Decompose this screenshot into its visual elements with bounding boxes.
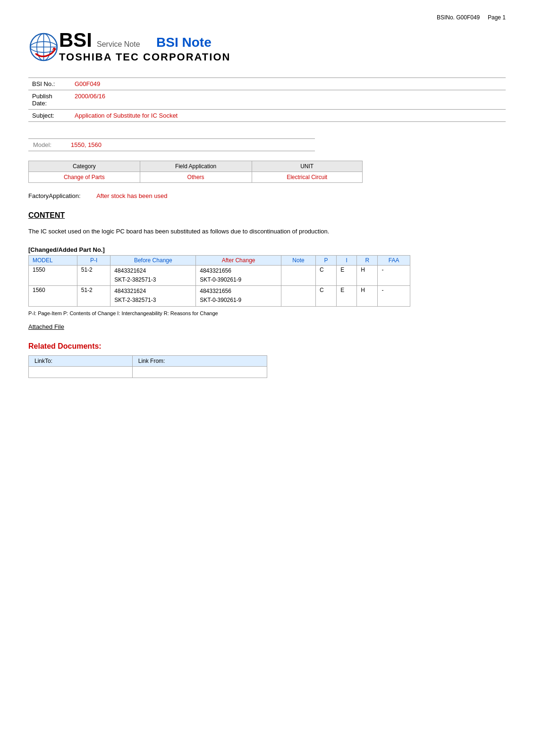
changed-added-heading: [Changed/Added Part No.]: [28, 246, 506, 253]
col-i: I: [337, 255, 357, 265]
subject-value: Application of Substitute for IC Socket: [71, 110, 506, 122]
factory-app-label: FactoryApplication:: [28, 192, 81, 199]
row1-i: E: [337, 265, 357, 285]
bsi-no-meta: BSINo.: [437, 14, 455, 21]
service-note-text: Service Note: [97, 40, 140, 49]
parts-row-1: 1550 51-2 4843321624SKT-2-382571-3 48433…: [29, 265, 410, 285]
col-pi: P-I: [77, 255, 110, 265]
model-label: Model:: [28, 139, 66, 151]
subject-label: Subject:: [28, 110, 71, 122]
category-table: Category Field Application UNIT Change o…: [28, 161, 363, 183]
row2-p: C: [315, 286, 336, 306]
content-heading: CONTENT: [28, 211, 506, 220]
row1-after: 4843321656SKT-0-390261-9: [196, 265, 281, 285]
row2-faa: -: [378, 286, 410, 306]
bsi-logo-big: BSI: [59, 30, 92, 50]
cat-cell-1: Others: [140, 172, 252, 183]
link-to-header: LinkTo:: [29, 355, 133, 366]
col-after: After Change: [196, 255, 281, 265]
related-docs-table: LinkTo: Link From:: [28, 355, 267, 378]
row1-p: C: [315, 265, 336, 285]
parts-row-2: 1560 51-2 4843321624SKT-2-382571-3 48433…: [29, 286, 410, 306]
col-before: Before Change: [110, 255, 196, 265]
info-row-subject: Subject: Application of Substitute for I…: [28, 110, 506, 122]
publish-label: PublishDate:: [28, 90, 71, 110]
attached-file-link[interactable]: Attached File: [28, 323, 506, 330]
row2-model: 1560: [29, 286, 77, 306]
col-p: P: [315, 255, 336, 265]
related-header-row: LinkTo: Link From:: [29, 355, 267, 366]
bsi-no-value-meta: G00F049: [456, 14, 480, 21]
toshiba-tec-logo: TOSHIBA TEC CORPORATION: [59, 51, 230, 63]
row2-after: 4843321656SKT-0-390261-9: [196, 286, 281, 306]
cat-header-2: UNIT: [252, 161, 362, 172]
model-value: 1550, 1560: [66, 139, 315, 151]
globe-icon: [28, 32, 59, 62]
row2-i: E: [337, 286, 357, 306]
factory-app-value: After stock has been used: [96, 192, 167, 199]
bsi-no-label: BSI No.:: [28, 78, 71, 90]
category-header-row: Category Field Application UNIT: [29, 161, 363, 172]
row1-before: 4843321624SKT-2-382571-3: [110, 265, 196, 285]
cat-cell-0: Change of Parts: [29, 172, 140, 183]
cat-header-0: Category: [29, 161, 140, 172]
row2-before: 4843321624SKT-2-382571-3: [110, 286, 196, 306]
link-from-header: Link From:: [132, 355, 267, 366]
page-meta: BSINo. G00F049 Page 1: [28, 14, 506, 21]
parts-table: MODEL P-I Before Change After Change Not…: [28, 255, 410, 307]
bsi-note-logo: BSI Note: [156, 35, 212, 50]
row1-faa: -: [378, 265, 410, 285]
row1-model: 1550: [29, 265, 77, 285]
row1-note: [281, 265, 316, 285]
col-note: Note: [281, 255, 316, 265]
bsi-no-value: G00F049: [71, 78, 506, 90]
cat-header-1: Field Application: [140, 161, 252, 172]
col-model: MODEL: [29, 255, 77, 265]
col-r: R: [357, 255, 378, 265]
logo-text: BSI Service Note BSI Note TOSHIBA TEC CO…: [59, 30, 230, 63]
publish-value: 2000/06/16: [71, 90, 506, 110]
category-data-row: Change of Parts Others Electrical Circui…: [29, 172, 363, 183]
related-docs-heading: Related Documents:: [28, 342, 506, 351]
parts-legend: P-I: Page-Item P: Contents of Change I: …: [28, 310, 506, 316]
model-table: Model: 1550, 1560: [28, 138, 315, 151]
page-label: Page 1: [488, 14, 506, 21]
info-row-bsi: BSI No.: G00F049: [28, 78, 506, 90]
related-data-row: [29, 366, 267, 378]
col-faa: FAA: [378, 255, 410, 265]
factory-application: FactoryApplication: After stock has been…: [28, 192, 506, 199]
cat-cell-2: Electrical Circuit: [252, 172, 362, 183]
info-table: BSI No.: G00F049 PublishDate: 2000/06/16…: [28, 77, 506, 122]
parts-header-row: MODEL P-I Before Change After Change Not…: [29, 255, 410, 265]
model-row: Model: 1550, 1560: [28, 139, 315, 151]
row2-note: [281, 286, 316, 306]
info-row-publish: PublishDate: 2000/06/16: [28, 90, 506, 110]
row1-r: H: [357, 265, 378, 285]
link-from-value: [132, 366, 267, 378]
row2-r: H: [357, 286, 378, 306]
logo-area: BSI Service Note BSI Note TOSHIBA TEC CO…: [28, 30, 506, 63]
row1-pi: 51-2: [77, 265, 110, 285]
row2-pi: 51-2: [77, 286, 110, 306]
content-body: The IC socket used on the logic PC board…: [28, 227, 506, 237]
link-to-value: [29, 366, 133, 378]
